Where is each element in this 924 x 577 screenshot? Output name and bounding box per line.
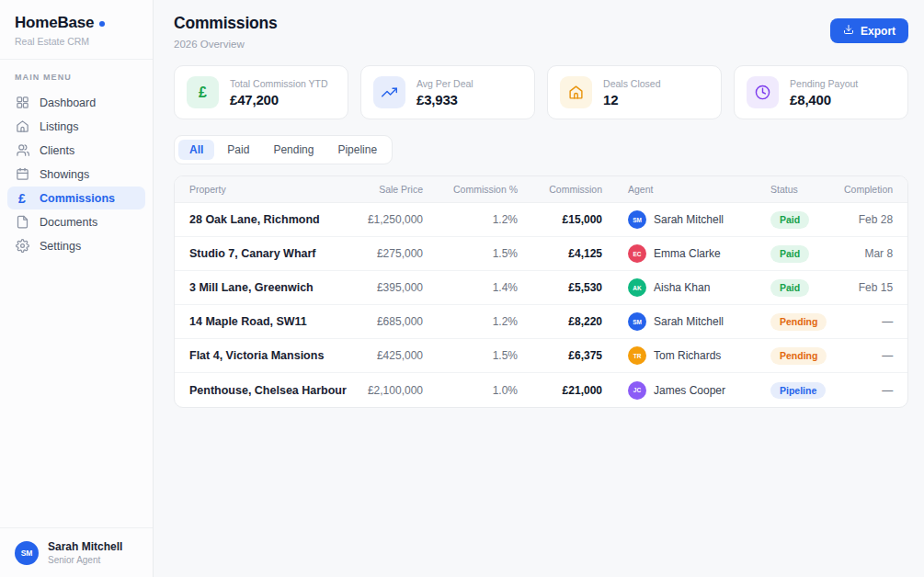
completion-cell: Mar 8 — [844, 247, 893, 260]
stat-label: Total Commission YTD — [230, 78, 328, 89]
sidebar-item-settings[interactable]: Settings — [7, 234, 145, 257]
agent-avatar: EC — [628, 244, 646, 263]
agent-name: Aisha Khan — [654, 281, 710, 294]
sale-price-cell: £685,000 — [327, 315, 423, 328]
column-header-completion: Completion — [844, 184, 893, 195]
table-row[interactable]: 3 Mill Lane, Greenwich£395,0001.4%£5,530… — [175, 271, 907, 305]
sale-price-cell: £1,250,000 — [327, 213, 423, 226]
document-icon — [16, 215, 29, 229]
sidebar-item-documents[interactable]: Documents — [7, 210, 145, 233]
stat-card-avg-per-deal: Avg Per Deal£3,933 — [360, 65, 535, 119]
sidebar-item-commissions[interactable]: £Commissions — [7, 187, 145, 209]
table-row[interactable]: Flat 4, Victoria Mansions£425,0001.5%£6,… — [175, 339, 907, 373]
stat-value: £8,400 — [790, 92, 858, 107]
column-header-commission-: Commission % — [423, 184, 518, 195]
sidebar-item-label: Showings — [40, 168, 89, 181]
agent-name: Tom Richards — [654, 349, 721, 362]
status-badge: Paid — [770, 211, 809, 229]
completion-cell: Feb 15 — [844, 281, 893, 294]
property-cell: Penthouse, Chelsea Harbour — [189, 384, 327, 397]
property-cell: Studio 7, Canary Wharf — [189, 247, 327, 260]
commission-cell: £8,220 — [518, 315, 602, 328]
commission-cell: £6,375 — [518, 349, 602, 362]
profile-name: Sarah Mitchell — [48, 540, 122, 553]
agent-cell: ECEmma Clarke — [602, 244, 770, 263]
page-subtitle: 2026 Overview — [174, 39, 278, 50]
page-title: Commissions — [174, 14, 278, 33]
profile-avatar: SM — [15, 541, 39, 565]
nav-section-label: MAIN MENU — [0, 73, 153, 82]
tab-pipeline[interactable]: Pipeline — [326, 140, 388, 160]
tab-paid[interactable]: Paid — [216, 140, 260, 160]
table-row[interactable]: 14 Maple Road, SW11£685,0001.2%£8,220SMS… — [175, 305, 907, 339]
commission-cell: £5,530 — [518, 281, 602, 294]
agent-avatar: JC — [628, 381, 646, 400]
column-header-sale-price: Sale Price — [327, 184, 423, 195]
commission-cell: £4,125 — [518, 247, 602, 260]
sidebar-item-label: Commissions — [40, 192, 115, 205]
column-header-property: Property — [189, 184, 327, 195]
sidebar-item-clients[interactable]: Clients — [7, 139, 145, 162]
calendar-icon — [16, 167, 29, 181]
status-badge: Paid — [770, 279, 809, 297]
sidebar-item-listings[interactable]: Listings — [7, 115, 145, 138]
filter-tabs: AllPaidPendingPipeline — [174, 135, 393, 164]
table-row[interactable]: 28 Oak Lane, Richmond£1,250,0001.2%£15,0… — [175, 203, 907, 237]
home-icon — [16, 119, 29, 133]
home-icon — [568, 85, 584, 100]
agent-avatar: SM — [628, 210, 646, 229]
stat-value: £47,200 — [230, 92, 328, 107]
export-button-label: Export — [861, 25, 895, 38]
stat-label: Pending Payout — [790, 78, 858, 89]
agent-cell: SMSarah Mitchell — [602, 312, 770, 331]
dashboard-icon — [16, 96, 29, 109]
completion-cell: Feb 28 — [844, 213, 893, 226]
column-header-status: Status — [770, 184, 844, 195]
agent-name: Sarah Mitchell — [654, 213, 724, 226]
download-icon — [843, 24, 854, 38]
download-icon — [843, 24, 854, 35]
column-header-agent: Agent — [602, 184, 770, 195]
agent-cell: JCJames Cooper — [602, 381, 770, 400]
stat-card-total-commission-ytd: £Total Commission YTD£47,200 — [174, 65, 348, 119]
sale-price-cell: £395,000 — [327, 281, 423, 294]
brand-subtitle: Real Estate CRM — [15, 36, 138, 47]
trending-up-icon — [382, 85, 397, 100]
commissions-table: PropertySale PriceCommission %Commission… — [174, 175, 908, 408]
tab-all[interactable]: All — [178, 140, 214, 160]
commission-pct-cell: 1.4% — [423, 281, 518, 294]
commission-pct-cell: 1.5% — [423, 247, 518, 260]
completion-cell: — — [844, 315, 893, 328]
tab-pending[interactable]: Pending — [262, 140, 325, 160]
property-cell: 14 Maple Road, SW11 — [189, 315, 327, 328]
stat-cards-row: £Total Commission YTD£47,200Avg Per Deal… — [174, 65, 908, 119]
gear-icon — [16, 239, 29, 253]
status-badge: Pending — [770, 347, 827, 365]
table-row[interactable]: Studio 7, Canary Wharf£275,0001.5%£4,125… — [175, 237, 907, 271]
sidebar-item-label: Settings — [40, 240, 81, 253]
export-button[interactable]: Export — [830, 18, 908, 43]
sidebar: HomeBase Real Estate CRM MAIN MENU Dashb… — [0, 0, 154, 577]
property-cell: Flat 4, Victoria Mansions — [189, 349, 327, 362]
user-profile[interactable]: SM Sarah Mitchell Senior Agent — [0, 527, 153, 577]
pound-icon: £ — [18, 192, 26, 205]
commission-pct-cell: 1.2% — [423, 213, 518, 226]
sale-price-cell: £2,100,000 — [327, 384, 423, 397]
table-row[interactable]: Penthouse, Chelsea Harbour£2,100,0001.0%… — [175, 373, 907, 407]
logo-block: HomeBase Real Estate CRM — [0, 0, 153, 60]
completion-cell: — — [844, 384, 893, 397]
profile-role: Senior Agent — [48, 555, 122, 565]
commission-cell: £21,000 — [518, 384, 602, 397]
sale-price-cell: £425,000 — [327, 349, 423, 362]
brand-name: HomeBase — [15, 14, 94, 32]
sidebar-item-showings[interactable]: Showings — [7, 163, 145, 186]
pound-icon: £ — [199, 85, 207, 100]
agent-cell: SMSarah Mitchell — [602, 210, 770, 229]
sidebar-item-label: Dashboard — [40, 96, 96, 109]
stat-label: Avg Per Deal — [416, 78, 473, 89]
sidebar-item-label: Clients — [40, 144, 74, 157]
agent-avatar: AK — [628, 278, 646, 297]
sidebar-item-dashboard[interactable]: Dashboard — [7, 91, 145, 114]
table-header-row: PropertySale PriceCommission %Commission… — [175, 176, 907, 203]
agent-cell: AKAisha Khan — [602, 278, 770, 297]
